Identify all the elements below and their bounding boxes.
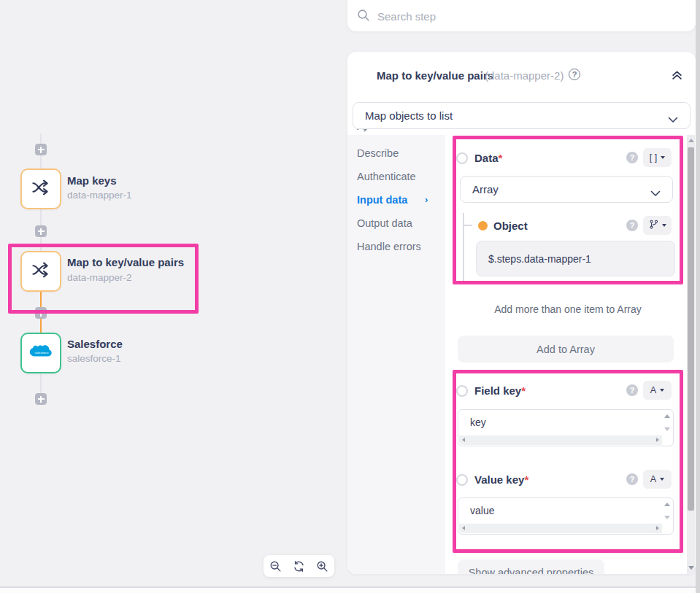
panel-step-id: (data-mapper-2): [485, 69, 564, 82]
object-label: Object: [493, 220, 528, 232]
scroll-up-icon[interactable]: [664, 503, 670, 506]
field-key-label: Field key*: [474, 384, 526, 397]
help-icon[interactable]: [626, 152, 638, 163]
node-salesforce[interactable]: salesforce: [20, 333, 61, 373]
canvas-zoom-toolbar: [264, 555, 334, 577]
scroll-down-icon[interactable]: [664, 427, 670, 431]
bottom-strip: [0, 588, 700, 593]
show-advanced-button[interactable]: Show advanced properties: [458, 559, 604, 574]
add-step-button[interactable]: [35, 393, 47, 405]
subnav-item-input-data[interactable]: Input data: [357, 194, 407, 206]
zoom-in-button[interactable]: [311, 555, 334, 577]
scrollbar-thumb[interactable]: [688, 147, 694, 511]
search-input[interactable]: [377, 7, 618, 25]
array-type-badge: [ ]: [650, 152, 657, 163]
panel-scrollbar[interactable]: [687, 135, 695, 574]
node-map-to-keyvalue[interactable]: [20, 251, 61, 292]
collapse-panel-icon[interactable]: [671, 69, 683, 84]
scroll-left-icon[interactable]: [462, 526, 465, 530]
scroll-right-icon[interactable]: [656, 438, 659, 442]
data-field-label: Data*: [474, 152, 502, 164]
string-type-badge: A: [650, 385, 656, 395]
shuffle-icon: [30, 260, 52, 282]
field-key-value: key: [470, 416, 486, 428]
salesforce-icon: salesforce: [26, 341, 55, 365]
node-map-keys[interactable]: [20, 168, 61, 209]
subnav-item-authenticate[interactable]: Authenticate: [357, 171, 416, 182]
svg-text:salesforce: salesforce: [34, 351, 49, 354]
add-step-button[interactable]: [35, 307, 47, 319]
chevron-right-icon: ›: [425, 194, 428, 205]
scrollbar-down-icon[interactable]: [688, 566, 694, 570]
help-icon[interactable]: [626, 220, 638, 231]
add-to-array-button[interactable]: Add to Array: [458, 336, 674, 363]
value-key-radio[interactable]: [456, 474, 468, 486]
scroll-left-icon[interactable]: [462, 438, 465, 442]
data-field-radio[interactable]: [456, 152, 468, 164]
node-title: Map keys: [67, 174, 117, 187]
required-asterisk: *: [524, 473, 528, 486]
panel-title: Map to key/value pairs: [377, 69, 493, 82]
object-type-selector[interactable]: [643, 216, 672, 235]
object-jsonpath-input[interactable]: $.steps.data-mapper-1: [476, 241, 675, 276]
string-type-badge: A: [650, 474, 656, 484]
node-subtitle: salesforce-1: [67, 353, 121, 364]
array-type-value: Array: [472, 183, 499, 195]
shuffle-icon: [30, 178, 52, 200]
chevron-down-icon: [650, 187, 661, 199]
value-key-value: value: [470, 505, 494, 516]
operation-select[interactable]: Map objects to list: [353, 102, 691, 129]
node-title: Salesforce: [67, 338, 123, 350]
array-hint-text: Add more than one item to Array: [453, 303, 683, 315]
operation-select-value: Map objects to list: [365, 109, 453, 122]
required-asterisk: *: [499, 152, 503, 164]
panel-subnav: Describe Authenticate Input data › Outpu…: [347, 135, 445, 574]
node-subtitle: data-mapper-2: [67, 272, 132, 283]
value-key-label: Value key*: [474, 473, 528, 486]
subnav-item-describe[interactable]: Describe: [357, 147, 399, 159]
value-key-type-selector[interactable]: A: [643, 470, 672, 489]
help-icon[interactable]: [626, 473, 638, 485]
scroll-down-icon[interactable]: [664, 516, 670, 519]
add-step-button[interactable]: [35, 225, 47, 237]
help-icon[interactable]: [569, 69, 580, 80]
caret-down-icon: [660, 478, 664, 481]
field-key-radio[interactable]: [456, 385, 468, 397]
search-icon: [357, 9, 370, 25]
subnav-item-handle-errors[interactable]: Handle errors: [357, 241, 421, 252]
node-title: Map to key/value pairs: [67, 256, 184, 268]
horizontal-scrollbar[interactable]: [459, 524, 662, 533]
field-key-type-selector[interactable]: A: [643, 381, 672, 400]
value-key-textarea[interactable]: value: [458, 497, 674, 535]
chevron-down-icon: [668, 113, 678, 125]
jsonpath-branch-icon: [649, 219, 658, 232]
subnav-item-output-data[interactable]: Output data: [357, 217, 412, 229]
object-status-dot: [478, 221, 488, 230]
caret-down-icon: [660, 389, 664, 392]
caret-down-icon: [662, 224, 666, 227]
scroll-right-icon[interactable]: [656, 526, 659, 530]
scrollbar-up-icon[interactable]: [688, 139, 694, 142]
app-window: Map keys data-mapper-1 Map to key/value …: [0, 0, 700, 593]
data-type-selector[interactable]: [ ]: [643, 148, 672, 167]
caret-down-icon: [661, 156, 665, 159]
zoom-out-button[interactable]: [264, 555, 287, 577]
workflow-canvas[interactable]: Map keys data-mapper-1 Map to key/value …: [0, 0, 343, 586]
required-asterisk: *: [521, 384, 526, 397]
node-subtitle: data-mapper-1: [67, 190, 132, 201]
array-type-select[interactable]: Array: [460, 176, 673, 203]
tree-connector-tick: [463, 225, 472, 226]
window-scrollbar[interactable]: [696, 0, 700, 593]
tree-connector-line: [463, 213, 464, 281]
add-step-button[interactable]: [35, 144, 47, 155]
step-properties-panel: Map to key/value pairs (data-mapper-2) M…: [347, 52, 696, 574]
horizontal-scrollbar[interactable]: [459, 435, 662, 445]
help-icon[interactable]: [626, 384, 638, 396]
field-key-textarea[interactable]: key: [458, 409, 674, 446]
reset-zoom-button[interactable]: [287, 555, 310, 577]
scroll-up-icon[interactable]: [664, 414, 670, 418]
